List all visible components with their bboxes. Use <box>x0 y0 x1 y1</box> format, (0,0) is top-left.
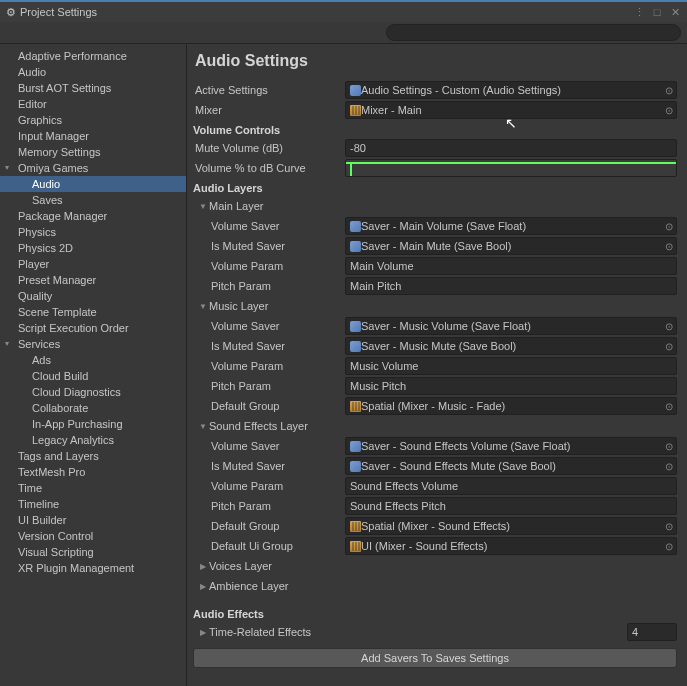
sidebar-item[interactable]: Physics 2D <box>0 240 186 256</box>
object-picker-icon[interactable]: ⊙ <box>665 461 673 472</box>
sidebar-item[interactable]: Ads <box>0 352 186 368</box>
sidebar-item[interactable]: Cloud Build <box>0 368 186 384</box>
sfx-volume-saver-field[interactable]: Saver - Sound Effects Volume (Save Float… <box>345 437 677 455</box>
window-title: Project Settings <box>20 6 97 18</box>
sfx-pitch-param-field[interactable]: Sound Effects Pitch <box>345 497 677 515</box>
sidebar-item[interactable]: Audio <box>0 64 186 80</box>
sidebar-item[interactable]: Visual Scripting <box>0 544 186 560</box>
sfx-default-ui-group-label: Default Ui Group <box>193 540 345 552</box>
gear-icon <box>6 6 16 19</box>
music-muted-saver-field[interactable]: Saver - Music Mute (Save Bool)⊙ <box>345 337 677 355</box>
ambience-layer-foldout[interactable]: Ambience Layer <box>193 576 677 596</box>
mixer-field[interactable]: Mixer - Main ⊙ <box>345 101 677 119</box>
object-picker-icon[interactable]: ⊙ <box>665 341 673 352</box>
mixer-icon <box>350 401 361 412</box>
sidebar-item[interactable]: Timeline <box>0 496 186 512</box>
voices-layer-foldout[interactable]: Voices Layer <box>193 556 677 576</box>
mute-volume-field[interactable] <box>345 139 677 157</box>
sidebar-item[interactable]: In-App Purchasing <box>0 416 186 432</box>
sfx-volume-param-field[interactable]: Sound Effects Volume <box>345 477 677 495</box>
sidebar-item[interactable]: Graphics <box>0 112 186 128</box>
sidebar-item[interactable]: UI Builder <box>0 512 186 528</box>
object-picker-icon[interactable]: ⊙ <box>665 241 673 252</box>
sidebar-item[interactable]: Package Manager <box>0 208 186 224</box>
music-muted-saver-label: Is Muted Saver <box>193 340 345 352</box>
object-picker-icon[interactable]: ⊙ <box>665 541 673 552</box>
search-input[interactable] <box>386 24 681 41</box>
sidebar-item[interactable]: Player <box>0 256 186 272</box>
sfx-volume-saver-label: Volume Saver <box>193 440 345 452</box>
main-volume-param-field[interactable]: Main Volume <box>345 257 677 275</box>
main-pitch-param-label: Pitch Param <box>193 280 345 292</box>
main-pitch-param-field[interactable]: Main Pitch <box>345 277 677 295</box>
sidebar-item[interactable]: Adaptive Performance <box>0 48 186 64</box>
sidebar-item[interactable]: Version Control <box>0 528 186 544</box>
sfx-muted-saver-field[interactable]: Saver - Sound Effects Mute (Save Bool)⊙ <box>345 457 677 475</box>
music-volume-saver-field[interactable]: Saver - Music Volume (Save Float)⊙ <box>345 317 677 335</box>
sidebar-item[interactable]: Collaborate <box>0 400 186 416</box>
sidebar-item[interactable]: Preset Manager <box>0 272 186 288</box>
sidebar-item[interactable]: Quality <box>0 288 186 304</box>
main-volume-saver-label: Volume Saver <box>193 220 345 232</box>
sfx-layer-foldout[interactable]: Sound Effects Layer <box>193 416 677 436</box>
sidebar-item[interactable]: Services <box>0 336 186 352</box>
sidebar-item[interactable]: Time <box>0 480 186 496</box>
music-default-group-field[interactable]: Spatial (Mixer - Music - Fade)⊙ <box>345 397 677 415</box>
sidebar-item[interactable]: Editor <box>0 96 186 112</box>
sidebar-item[interactable]: Saves <box>0 192 186 208</box>
sidebar-item[interactable]: TextMesh Pro <box>0 464 186 480</box>
sidebar-item[interactable]: Input Manager <box>0 128 186 144</box>
object-picker-icon[interactable]: ⊙ <box>665 85 673 96</box>
sfx-default-group-field[interactable]: Spatial (Mixer - Sound Effects)⊙ <box>345 517 677 535</box>
object-picker-icon[interactable]: ⊙ <box>665 221 673 232</box>
page-title: Audio Settings <box>193 52 677 70</box>
sidebar-item[interactable]: Memory Settings <box>0 144 186 160</box>
music-pitch-param-field[interactable]: Music Pitch <box>345 377 677 395</box>
searchbar: 🔍 <box>0 22 687 44</box>
sidebar-item[interactable]: Legacy Analytics <box>0 432 186 448</box>
object-picker-icon[interactable]: ⊙ <box>665 441 673 452</box>
sidebar-item[interactable]: Burst AOT Settings <box>0 80 186 96</box>
sidebar-item[interactable]: Script Execution Order <box>0 320 186 336</box>
sidebar-item[interactable]: Tags and Layers <box>0 448 186 464</box>
active-settings-field[interactable]: Audio Settings - Custom (Audio Settings)… <box>345 81 677 99</box>
sfx-default-ui-group-field[interactable]: UI (Mixer - Sound Effects)⊙ <box>345 537 677 555</box>
asset-icon <box>350 461 361 472</box>
foldout-arrow-icon <box>197 302 209 311</box>
foldout-arrow-icon <box>197 562 209 571</box>
menu-icon[interactable]: ⋮ <box>633 6 645 19</box>
asset-icon <box>350 441 361 452</box>
music-volume-param-field[interactable]: Music Volume <box>345 357 677 375</box>
object-picker-icon[interactable]: ⊙ <box>665 401 673 412</box>
music-default-group-label: Default Group <box>193 400 345 412</box>
object-picker-icon[interactable]: ⊙ <box>665 105 673 116</box>
main-layer-foldout[interactable]: Main Layer <box>193 196 677 216</box>
sidebar-item[interactable]: Cloud Diagnostics <box>0 384 186 400</box>
sidebar-item[interactable]: XR Plugin Management <box>0 560 186 576</box>
object-picker-icon[interactable]: ⊙ <box>665 321 673 332</box>
mixer-icon <box>350 105 361 116</box>
volume-curve-field[interactable] <box>345 159 677 177</box>
audio-effects-header: Audio Effects <box>193 604 677 622</box>
main-muted-saver-field[interactable]: Saver - Main Mute (Save Bool)⊙ <box>345 237 677 255</box>
main-volume-saver-field[interactable]: Saver - Main Volume (Save Float)⊙ <box>345 217 677 235</box>
close-icon[interactable]: ✕ <box>669 6 681 19</box>
music-pitch-param-label: Pitch Param <box>193 380 345 392</box>
music-layer-foldout[interactable]: Music Layer <box>193 296 677 316</box>
mute-volume-label: Mute Volume (dB) <box>193 142 345 154</box>
object-picker-icon[interactable]: ⊙ <box>665 521 673 532</box>
mixer-icon <box>350 521 361 532</box>
mixer-icon <box>350 541 361 552</box>
time-effects-count[interactable] <box>627 623 677 641</box>
sidebar-item[interactable]: Audio <box>0 176 186 192</box>
time-effects-foldout[interactable]: Time-Related Effects <box>193 622 345 642</box>
sidebar-item[interactable]: Omiya Games <box>0 160 186 176</box>
sidebar-item[interactable]: Scene Template <box>0 304 186 320</box>
foldout-arrow-icon <box>197 628 209 637</box>
sidebar-item[interactable]: Physics <box>0 224 186 240</box>
sidebar: Adaptive PerformanceAudioBurst AOT Setti… <box>0 44 187 686</box>
add-savers-button[interactable]: Add Savers To Saves Settings <box>193 648 677 668</box>
foldout-arrow-icon <box>197 202 209 211</box>
maximize-icon[interactable]: □ <box>651 6 663 18</box>
audio-layers-header: Audio Layers <box>193 178 677 196</box>
